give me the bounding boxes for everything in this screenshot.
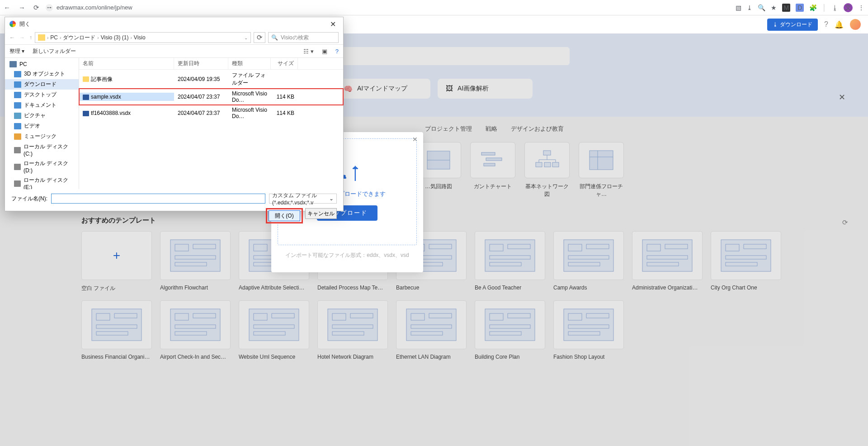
nav-up-icon[interactable]: ↑	[29, 34, 32, 41]
chevron-down-icon: ⌄	[329, 195, 334, 202]
zoom-icon[interactable]: 🔍	[758, 4, 765, 11]
supported-formats: インポート可能なファイル形式：eddx、vsdx、vsd	[278, 251, 417, 259]
dialog-title: 開く	[19, 20, 30, 28]
bell-icon[interactable]: 🔔	[835, 20, 844, 29]
filetype-dropdown[interactable]: カスタム ファイル (*.eddx;*.vsdx;*.v⌄	[269, 194, 337, 204]
address-bar[interactable]: ⊶ edrawmax.com/online/jp/new	[46, 4, 132, 11]
folder-tree[interactable]: PC 3D オブジェクト ダウンロード デスクトップ ドキュメント ピクチャ ビ…	[5, 58, 79, 189]
reload-icon[interactable]: ⟳	[33, 4, 39, 12]
nav-back-icon[interactable]: ←	[9, 34, 15, 41]
bookmark-icon[interactable]: ★	[771, 4, 777, 11]
col-type[interactable]: 種類	[228, 58, 271, 69]
file-row[interactable]: tf16403888.vsdx2024/04/07 23:37Microsoft…	[79, 105, 343, 121]
install-icon[interactable]: ⤓	[747, 4, 752, 11]
folder-icon	[38, 34, 45, 41]
filename-input[interactable]	[51, 194, 265, 204]
dialog-search-input[interactable]: 🔍Visioの検索	[268, 32, 339, 43]
nav-fwd-icon[interactable]: →	[19, 34, 25, 41]
downloads-icon[interactable]: ⭳	[832, 4, 838, 11]
col-date[interactable]: 更新日時	[174, 58, 228, 69]
back-icon[interactable]: ←	[4, 4, 10, 11]
ext-d-icon[interactable]: D	[796, 4, 804, 12]
browser-toolbar: ← → ⟳ ⊶ edrawmax.com/online/jp/new ▧ ⤓ 🔍…	[0, 0, 868, 15]
tree-node-downloads: ダウンロード	[5, 79, 79, 90]
download-button[interactable]: ⭳ ダウンロード	[767, 19, 818, 31]
view-mode-icon[interactable]: ☷ ▾	[303, 48, 314, 55]
search-icon: 🔍	[271, 34, 278, 41]
user-avatar[interactable]	[850, 19, 861, 30]
file-row[interactable]: sample.vsdx2024/04/07 23:37Microsoft Vis…	[79, 89, 343, 105]
extensions-icon[interactable]: 🧩	[809, 4, 817, 11]
col-size[interactable]: サイズ	[271, 58, 298, 69]
divider: │	[822, 4, 826, 11]
help-icon[interactable]: ?	[824, 20, 828, 28]
col-name[interactable]: 名前	[79, 58, 174, 69]
file-list: 名前 更新日時 種類 サイズ 記事画像2024/04/09 19:35ファイル …	[79, 58, 343, 189]
preview-pane-icon[interactable]: ▣	[322, 48, 327, 55]
dialog-help-icon[interactable]: ?	[335, 48, 339, 55]
url-text: edrawmax.com/online/jp/new	[57, 4, 132, 11]
path-refresh-icon[interactable]: ⟳	[254, 32, 265, 43]
organize-menu[interactable]: 整理 ▾	[9, 47, 24, 55]
profile-avatar[interactable]: 文	[844, 3, 853, 12]
forward-icon[interactable]: →	[19, 4, 25, 11]
breadcrumb[interactable]: ›PC ›ダウンロード ›Visio (3) (1) ›Visio ⌄	[35, 32, 251, 43]
kebab-icon[interactable]: ⋮	[858, 4, 864, 11]
ext-m-icon[interactable]: M	[782, 4, 790, 12]
close-icon[interactable]: ✕	[412, 136, 418, 143]
site-info-icon[interactable]: ⊶	[46, 4, 53, 11]
cancel-button[interactable]: キャンセル	[305, 208, 337, 219]
cast-icon[interactable]: ▧	[736, 4, 741, 11]
highlight-open: 開く(O)	[266, 208, 303, 223]
new-folder-button[interactable]: 新しいフォルダー	[33, 47, 76, 55]
file-open-dialog: 開く ✕ ← → ↑ ›PC ›ダウンロード ›Visio (3) (1) ›V…	[5, 17, 344, 211]
window-close-icon[interactable]: ✕	[327, 20, 339, 28]
open-button[interactable]: 開く(O)	[269, 210, 300, 221]
chevron-down-icon[interactable]: ⌄	[244, 35, 248, 40]
filename-label: ファイル名(N):	[11, 195, 47, 203]
chrome-icon	[9, 21, 16, 27]
file-row[interactable]: 記事画像2024/04/09 19:35ファイル フォルダー	[79, 70, 343, 89]
